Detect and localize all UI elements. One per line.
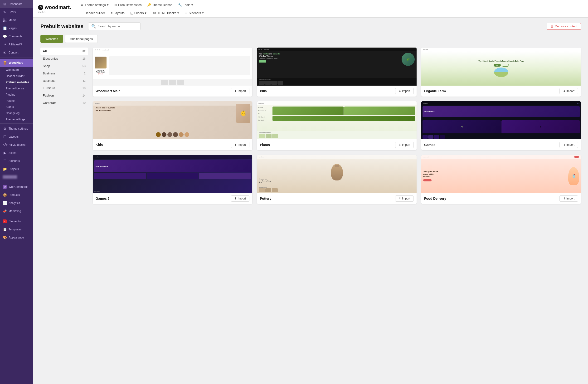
import-btn-organic[interactable]: ⬇ Import: [560, 88, 578, 94]
sidebars-nav-icon: ☰: [185, 11, 188, 15]
download-icon-bottom3: ⬇: [563, 197, 566, 200]
sidebar-item-elementor[interactable]: E Elementor: [0, 217, 33, 225]
tab-websites[interactable]: Websites: [41, 35, 63, 43]
download-icon-pills: ⬇: [399, 89, 401, 93]
header-builder-icon: ☐: [81, 11, 84, 15]
import-btn-kids[interactable]: ⬇ Import: [231, 142, 250, 148]
import-btn-bottom3[interactable]: ⬇ Import: [560, 195, 578, 202]
sidebar-item-theme-settings[interactable]: ⚙ Theme settings: [0, 125, 33, 133]
sidebar-item-dashboard[interactable]: ⊞ Dashboard: [0, 0, 33, 8]
import-btn-plants[interactable]: ⬇ Import: [395, 142, 414, 148]
sidebar-item-appearance[interactable]: 🎨 Appearance: [0, 234, 33, 242]
theme-card-footer-games: Games ⬇ Import: [421, 139, 581, 150]
search-box[interactable]: 🔍: [88, 22, 141, 30]
sidebar-sub-theme-settings[interactable]: Theme settings: [0, 116, 33, 123]
search-icon: 🔍: [91, 24, 96, 28]
templates-icon: 📋: [3, 228, 7, 231]
sidebar-item-slides[interactable]: ▶ Slides: [0, 149, 33, 157]
remove-content-button[interactable]: 🗑 Remove content: [547, 23, 581, 30]
filter-business-1[interactable]: Business 2: [41, 70, 88, 77]
marketing-icon: 📣: [3, 209, 7, 213]
tools-icon: 🔧: [178, 3, 182, 7]
sidebar-item-contact[interactable]: ✉ Contact: [0, 48, 33, 57]
logo-icon: ⬡: [38, 5, 43, 10]
theme-settings-icon: ⚙: [3, 127, 7, 130]
theme-grid: woodmart. Simple -Rock Chair. $779.99: [93, 47, 581, 204]
sidebar-item-comments[interactable]: 💬 Comments: [0, 32, 33, 41]
import-btn-woodmart-main[interactable]: ⬇ Import: [231, 88, 250, 94]
sidebar-sub-status[interactable]: Status: [0, 104, 33, 110]
sidebar-sub-prebuilt-websites[interactable]: Prebuilt websites: [0, 79, 33, 85]
theme-card-footer-bottom1: Games 2 ⬇ Import: [93, 193, 252, 204]
filter-fashion[interactable]: Fashion 14: [41, 92, 88, 99]
html-blocks-nav-icon: </>: [152, 11, 157, 15]
sidebar-item-woodmart[interactable]: 🪵 WoodMart: [0, 59, 33, 67]
sidebar-item-layouts[interactable]: ☐ Layouts: [0, 133, 33, 141]
sidebar-sub-header-builder[interactable]: Header builder: [0, 73, 33, 79]
topbar-nav-bottom: ☐ Header builder ≡ Layouts ◱ Sliders ▾ <…: [78, 9, 583, 17]
import-btn-bottom2[interactable]: ⬇ Import: [395, 195, 414, 202]
topbar-logo: ⬡ woodmart. v.7.5.1: [38, 4, 71, 13]
topbar-theme-settings-btn[interactable]: ⚙ Theme settings ▾: [78, 2, 111, 8]
filter-corporate[interactable]: Corporate 10: [41, 99, 88, 107]
products-icon: 📦: [3, 193, 7, 197]
theme-card-bottom2: woodmart. Terracotta vass by ✦ Courtney …: [257, 155, 417, 204]
affiliatewp-icon: ↗: [3, 43, 7, 46]
page-header: Prebuilt websites 🔍 🗑 Remove content: [41, 22, 581, 30]
topbar-sidebars-btn[interactable]: ☰ Sidebars ▾: [182, 10, 206, 16]
slides-icon: ▶: [3, 151, 7, 155]
sidebar-item-products[interactable]: 📦 Products: [0, 191, 33, 199]
elementor-icon: E: [3, 219, 7, 223]
topbar-html-blocks-btn[interactable]: </> HTML Blocks ▾: [150, 10, 181, 16]
topbar-header-builder-btn[interactable]: ☐ Header builder: [78, 10, 107, 16]
filter-shop[interactable]: Shop 53: [41, 62, 88, 70]
topbar-sliders-btn[interactable]: ◱ Sliders ▾: [128, 10, 149, 16]
topbar-tools-btn[interactable]: 🔧 Tools ▾: [176, 2, 195, 8]
theme-card-footer-kids: Kids ⬇ Import: [93, 139, 252, 150]
sidebar-item-projects[interactable]: 📁 Projects: [0, 165, 33, 173]
sidebar-sub-changelog[interactable]: Changelog: [0, 110, 33, 116]
search-input[interactable]: [98, 24, 137, 28]
filter-furniture[interactable]: Furniture 18: [41, 85, 88, 92]
import-btn-bottom1[interactable]: ⬇ Import: [231, 195, 250, 202]
sidebar-item-blurred[interactable]: ███████: [0, 173, 33, 181]
sidebar-item-sidebars[interactable]: ☰ Sidebars: [0, 157, 33, 165]
sidebar-item-media[interactable]: 🖼 Media: [0, 16, 33, 24]
sidebar-sub-plugins[interactable]: Plugins: [0, 91, 33, 98]
topbar-prebuilt-btn[interactable]: ⊞ Prebuilt websites: [112, 2, 144, 8]
sidebar-item-analytics[interactable]: 📊 Analytics: [0, 199, 33, 207]
topbar-theme-license-btn[interactable]: 🔑 Theme license: [145, 2, 175, 8]
sidebar-item-affiliatewp[interactable]: ↗ AffiliateWP: [0, 41, 33, 48]
sidebar-sub-woodmart[interactable]: WoodMart: [0, 67, 33, 73]
import-btn-pills[interactable]: ⬇ Import: [395, 88, 414, 94]
theme-card-footer-bottom3: Food Delivery ⬇ Import: [421, 193, 581, 204]
filter-business-2[interactable]: Business 42: [41, 77, 88, 85]
theme-grid-area: woodmart. Simple -Rock Chair. $779.99: [93, 47, 581, 204]
settings-icon: ⚙: [81, 3, 84, 7]
topbar-nav: ⚙ Theme settings ▾ ⊞ Prebuilt websites 🔑…: [78, 0, 583, 17]
html-blocks-icon: </>: [3, 143, 7, 147]
topbar-layouts-btn[interactable]: ≡ Layouts: [108, 10, 127, 16]
download-icon: ⬇: [234, 89, 237, 93]
import-btn-games[interactable]: ⬇ Import: [560, 142, 578, 148]
sidebar-sub-theme-license[interactable]: Theme license: [0, 85, 33, 91]
theme-card-organic-farm: WoodMart The Highest Quality Products Fr…: [421, 47, 581, 97]
sidebar-item-woocommerce[interactable]: W WooCommerce: [0, 183, 33, 191]
sidebar-item-html-blocks[interactable]: </> HTML Blocks: [0, 141, 33, 149]
sidebar-item-posts[interactable]: ✎ Posts: [0, 8, 33, 16]
theme-preview-games: woodmart. BEARBANDA: [421, 101, 581, 139]
dashboard-icon: ⊞: [3, 2, 7, 6]
tab-additional-pages[interactable]: Additional pages: [65, 35, 98, 43]
download-icon-organic: ⬇: [563, 89, 566, 93]
filter-electronics[interactable]: Electronics 16: [41, 55, 88, 62]
sidebar-item-templates[interactable]: 📋 Templates: [0, 225, 33, 234]
logo-version: v.7.5.1: [38, 10, 71, 13]
filter-all[interactable]: All 82: [41, 47, 88, 55]
logo-text: ⬡ woodmart.: [38, 4, 71, 10]
sidebar-item-marketing[interactable]: 📣 Marketing: [0, 207, 33, 215]
sidebar-item-pages[interactable]: 📄 Pages: [0, 24, 33, 32]
sidebar-sub-patcher[interactable]: Patcher: [0, 98, 33, 104]
theme-preview-pills: WoodMart Feel Healthy and EnergeticWith …: [257, 47, 417, 85]
sidebars-icon: ☰: [3, 159, 7, 163]
theme-card-kids: woodmart. A new line of overallsfor the …: [93, 101, 252, 150]
